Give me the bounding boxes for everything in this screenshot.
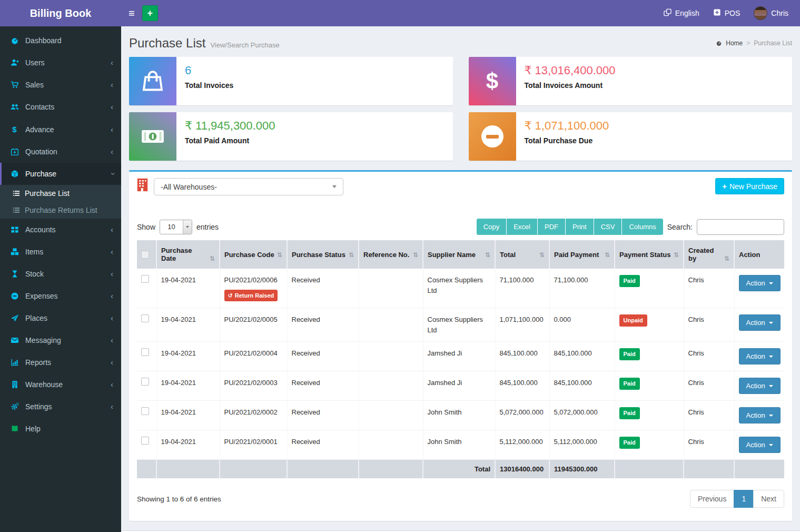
sort-icon[interactable]: ⇅	[539, 251, 545, 259]
sort-icon[interactable]: ⇅	[605, 251, 610, 259]
print-button[interactable]: Print	[566, 219, 594, 235]
sidebar-toggle-icon[interactable]: ≡	[121, 7, 142, 19]
sidebar-item-warehouse[interactable]: Warehouse‹	[0, 373, 121, 396]
excel-button[interactable]: Excel	[507, 219, 538, 235]
cube-icon	[9, 170, 19, 178]
previous-page-button[interactable]: Previous	[690, 490, 734, 508]
cell-supplier: John Smith	[423, 430, 495, 460]
sidebar-item-purchase-returns-list[interactable]: Purchase Returns List	[0, 202, 121, 219]
language-menu[interactable]: English	[664, 8, 699, 18]
table-row: 19-04-2021 PU/2021/02/0002 Received John…	[137, 401, 784, 430]
sidebar-item-advance[interactable]: $ Advance‹	[0, 118, 121, 141]
sort-icon[interactable]: ⇅	[724, 255, 729, 262]
paid-badge: Paid	[619, 407, 640, 419]
breadcrumb: Home > Purchase List	[716, 40, 792, 47]
user-menu[interactable]: Chris	[754, 6, 788, 20]
sort-icon[interactable]: ⇅	[674, 251, 679, 259]
table-row: 19-04-2021 PU/2021/02/0004 Received Jams…	[137, 342, 784, 371]
cell-created-by: Chris	[684, 308, 734, 342]
sidebar-item-messaging[interactable]: Messaging‹	[0, 329, 121, 351]
sidebar-item-stock[interactable]: Stock‹	[0, 263, 121, 285]
minus-circle-icon	[469, 112, 516, 161]
cell-created-by: Chris	[684, 371, 734, 401]
sidebar-item-accounts[interactable]: Accounts‹	[0, 219, 121, 241]
cell-status: Received	[287, 430, 359, 460]
sidebar-item-dashboard[interactable]: Dashboard	[0, 29, 121, 52]
quick-add-button[interactable]: +	[142, 5, 158, 21]
sidebar-item-help[interactable]: Help	[0, 418, 121, 440]
page-size-select[interactable]: 10	[160, 220, 192, 234]
page-1-button[interactable]: 1	[734, 490, 754, 508]
row-checkbox[interactable]	[141, 437, 149, 445]
new-purchase-button[interactable]: + New Purchase	[715, 178, 784, 194]
sidebar-item-sales[interactable]: Sales‹	[0, 74, 121, 96]
list-icon	[13, 206, 20, 214]
language-label: English	[675, 9, 699, 17]
breadcrumb-home[interactable]: Home	[726, 40, 743, 47]
sidebar-item-places[interactable]: Places‹	[0, 307, 121, 329]
row-checkbox[interactable]	[141, 275, 149, 283]
cell-total: 71,100.000	[495, 269, 549, 308]
next-page-button[interactable]: Next	[753, 490, 784, 508]
cell-reference	[359, 308, 423, 342]
action-dropdown[interactable]: Action	[739, 378, 781, 394]
breadcrumb-current: Purchase List	[754, 40, 792, 47]
action-dropdown[interactable]: Action	[739, 348, 781, 364]
columns-button[interactable]: Columns	[622, 219, 663, 235]
purchase-list-panel: -All Warehouses- + New Purchase Show 10 …	[129, 170, 792, 521]
copy-button[interactable]: Copy	[477, 219, 507, 235]
paper-plane-icon	[9, 314, 19, 322]
action-dropdown[interactable]: Action	[739, 407, 781, 423]
sort-icon[interactable]: ⇅	[485, 251, 490, 259]
language-icon	[664, 8, 671, 18]
show-label: Show	[137, 223, 155, 231]
sidebar-item-purchase-list[interactable]: Purchase List	[0, 185, 121, 202]
sort-icon[interactable]: ⇅	[349, 251, 354, 259]
action-dropdown[interactable]: Action	[739, 275, 781, 291]
action-dropdown[interactable]: Action	[739, 437, 781, 453]
pagination: Previous 1 Next	[690, 490, 784, 508]
cell-status: Received	[287, 308, 359, 342]
sidebar: Dashboard Users‹ Sales‹ Contacts‹ $ Adva…	[0, 26, 121, 532]
sidebar-item-purchase[interactable]: Purchase‹	[0, 163, 121, 185]
csv-button[interactable]: CSV	[594, 219, 623, 235]
pos-label: POS	[725, 9, 740, 17]
sidebar-item-contacts[interactable]: Contacts‹	[0, 96, 121, 118]
sidebar-item-items[interactable]: Items‹	[0, 241, 121, 263]
purchase-table: Purchase Date⇅ Purchase Code⇅ Purchase S…	[137, 240, 784, 478]
cell-total: 845,100.000	[495, 342, 549, 371]
sort-icon[interactable]: ⇅	[277, 251, 282, 259]
pos-button[interactable]: POS	[713, 8, 740, 18]
paid-badge: Paid	[619, 348, 640, 360]
cell-code: PU/2021/02/0005	[220, 308, 287, 342]
sidebar-item-expenses[interactable]: Expenses‹	[0, 285, 121, 307]
home-icon	[716, 40, 722, 46]
cell-reference	[359, 401, 423, 430]
app-brand[interactable]: Billing Book	[0, 0, 121, 26]
cell-total: 845,100.000	[495, 371, 549, 401]
sidebar-item-quotation[interactable]: Quotation‹	[0, 141, 121, 163]
footer-paid-value: 11945300.000	[549, 460, 615, 479]
cell-created-by: Chris	[684, 430, 734, 460]
sort-icon[interactable]: ⇅	[413, 251, 418, 259]
cell-status: Received	[287, 269, 359, 308]
warehouse-select[interactable]: -All Warehouses-	[154, 178, 343, 195]
cell-date: 19-04-2021	[156, 269, 220, 308]
select-all-checkbox[interactable]	[141, 251, 149, 259]
sidebar-item-users[interactable]: Users‹	[0, 52, 121, 74]
table-row: 19-04-2021 PU/2021/02/0003 Received Jams…	[137, 371, 784, 401]
cell-total: 5,072,000.000	[495, 401, 549, 430]
row-checkbox[interactable]	[141, 378, 149, 386]
row-checkbox[interactable]	[141, 407, 149, 415]
table-header-row: Purchase Date⇅ Purchase Code⇅ Purchase S…	[137, 240, 784, 269]
row-checkbox[interactable]	[141, 314, 149, 322]
sort-icon[interactable]: ⇅	[210, 255, 215, 262]
sidebar-item-reports[interactable]: Reports‹	[0, 351, 121, 373]
warehouse-building-icon	[137, 178, 148, 193]
action-dropdown[interactable]: Action	[739, 314, 781, 331]
cell-code: PU/2021/02/0004	[220, 342, 287, 371]
sidebar-item-settings[interactable]: Settings‹	[0, 396, 121, 418]
row-checkbox[interactable]	[141, 348, 149, 356]
pdf-button[interactable]: PDF	[538, 219, 566, 235]
search-input[interactable]	[697, 219, 784, 235]
